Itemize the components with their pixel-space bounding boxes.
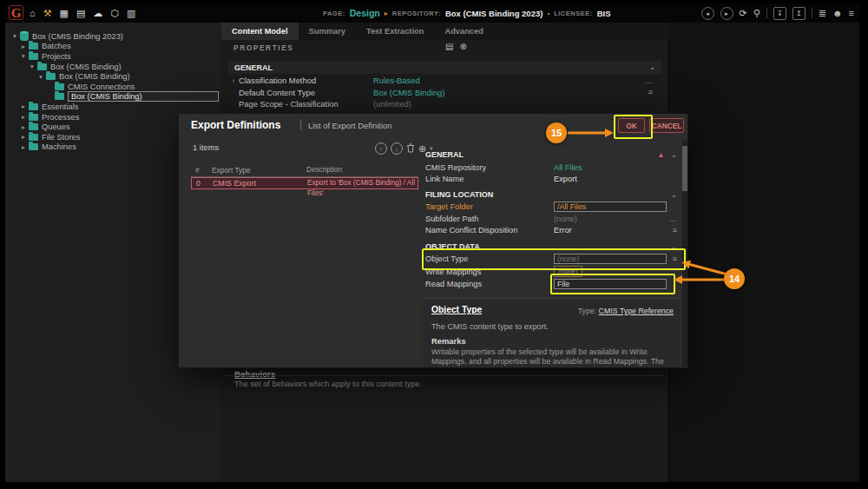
tree-item-projects[interactable]: ▾ Projects [5,51,221,62]
section-general[interactable]: GENERAL ⌄ [228,61,661,74]
menu-icon[interactable]: ≡ [849,8,854,18]
sub-expander-icon[interactable]: › [228,76,239,85]
help-type: Type: CMIS Type Reference [578,307,674,315]
remarks-title: Remarks [431,336,466,346]
property-row-page-scope-classification[interactable]: Page Scope - Classification (unlimited) [228,98,661,109]
tree-item-label: Batches [42,42,71,50]
property-row-default-content-type[interactable]: Default Content Type Box (CMIS Binding) … [228,87,661,98]
menu-button[interactable]: ≡ [648,88,653,96]
user-icon[interactable]: ☻ [832,8,843,18]
folder-icon [29,143,38,150]
chevron-down-icon[interactable]: ⌄ [671,243,677,251]
section-title: GENERAL [234,63,273,72]
section-general[interactable]: GENERAL ▲ ⌄ [425,149,677,161]
tab-summary[interactable]: Summary [299,23,356,40]
move-down-button[interactable]: ↓ [391,142,403,155]
table-row[interactable]: 0 CMIS Export Export to 'Box (CMIS Bindi… [191,177,418,189]
menu-button[interactable]: ≡ [673,254,677,263]
hex-icon[interactable]: ⬡ [110,8,119,19]
chevron-down-icon[interactable]: ⌄ [649,63,655,71]
chevron-down-icon[interactable]: ⌄ [671,151,677,159]
property-value[interactable]: Export [554,175,577,183]
save-icon[interactable]: ▤ [445,42,453,51]
object-type-input[interactable]: (none) [554,254,667,264]
property-label: Write Mappings [425,268,554,276]
forward-button[interactable]: ► [720,7,733,20]
batches-icon[interactable]: ▤ [76,8,85,19]
refresh-icon[interactable]: ⟳ [740,8,747,19]
chevron-down-icon[interactable]: ⌄ [671,191,677,199]
expander-icon[interactable]: ▾ [28,63,36,70]
tree-item-essentials[interactable]: ▸ Essentials [5,102,221,112]
property-value[interactable]: (unlimited) [373,99,411,109]
tab-content-model[interactable]: Content Model [221,23,299,40]
expander-icon[interactable]: ▸ [19,133,28,141]
ellipsis-button[interactable]: … [645,76,653,85]
repository-value[interactable]: Box (CMIS Binding 2023) [445,9,542,18]
property-row-subfolder-path[interactable]: Subfolder Path (none) … [425,213,679,224]
property-row-name-conflict-disposition[interactable]: Name Conflict Disposition Error ≡ [425,224,679,235]
back-button[interactable]: ◄ [701,7,714,20]
property-row-cmis-repository[interactable]: CMIS Repository All Files [425,162,679,173]
expander-icon[interactable]: ▸ [19,123,28,131]
page-value[interactable]: Design [350,8,380,18]
property-row-read-mappings[interactable]: Read Mappings File [425,278,679,289]
scrollbar-thumb[interactable] [682,146,687,191]
property-row-write-mappings[interactable]: Write Mappings (none) [425,266,679,277]
home-icon[interactable]: ⌂ [30,8,36,18]
target-folder-input[interactable]: /All Files [554,202,667,212]
expander-icon[interactable]: ▾ [10,32,19,40]
tree-item-box-selected[interactable]: Box (CMIS Binding) [5,92,221,102]
tree-item-batches[interactable]: ▸ Batches [5,42,221,52]
cloud-icon[interactable]: ☁ [93,8,102,19]
property-value[interactable]: (none) [554,215,577,223]
grid-icon[interactable]: ▦ [60,8,69,19]
expander-icon[interactable]: ▾ [36,73,45,81]
property-value[interactable]: Box (CMIS Binding) [373,88,444,97]
tree-item-label: Essentials [42,102,78,111]
grooper-logo-icon[interactable]: G [9,5,23,20]
tree-item-project-box[interactable]: ▾ Box (CMIS Binding) [5,62,221,72]
property-value[interactable]: All Files [554,163,582,172]
menu-button[interactable]: ≡ [673,226,677,235]
tools-icon[interactable]: ⚒ [43,8,52,19]
write-mappings-value[interactable]: (none) [554,266,582,277]
property-value[interactable]: Error [554,226,572,235]
ellipsis-button[interactable]: … [669,215,677,223]
section-object-data[interactable]: OBJECT DATA ⌄ [425,241,677,253]
section-filing-location[interactable]: FILING LOCATION ⌄ [425,188,677,201]
column-export-type: Export Type [212,166,251,175]
upload-icon[interactable]: ↥ [792,7,806,20]
type-link[interactable]: CMIS Type Reference [599,307,674,315]
scrollbar[interactable] [682,141,687,367]
expander-icon[interactable]: ▸ [19,43,28,50]
expander-icon[interactable]: ▸ [19,143,28,151]
download-icon[interactable]: ↧ [773,7,786,20]
ok-button[interactable]: OK [618,118,645,133]
property-row-link-name[interactable]: Link Name Export [425,173,679,184]
tab-advanced[interactable]: Advanced [434,23,493,40]
property-row-classification-method[interactable]: › Classification Method Rules-Based … [228,75,661,86]
move-up-button[interactable]: ↑ [375,142,387,155]
type-label: Type: [578,307,597,315]
delete-icon[interactable] [406,141,415,156]
property-value[interactable]: Rules-Based [373,76,420,85]
expander-icon[interactable]: ▾ [19,52,28,60]
cancel-button[interactable]: CANCEL [649,118,684,133]
property-row-object-type[interactable]: Object Type (none) ≡ [425,253,679,264]
expander-icon[interactable]: ▸ [19,113,28,121]
tree-item-cmis-connections[interactable]: CMIS Connections [5,82,221,92]
close-icon[interactable]: ⊗ [459,42,466,51]
divider: | [299,118,302,130]
tab-test-extraction[interactable]: Test Extraction [356,23,434,40]
tree-item-label: Box (CMIS Binding 2023) [32,32,123,41]
read-mappings-input[interactable]: File [554,279,667,289]
expander-icon[interactable]: ▸ [19,102,28,110]
property-row-target-folder[interactable]: Target Folder /All Files [425,201,679,212]
divider [766,8,767,18]
tree-item-repository[interactable]: ▾ Box (CMIS Binding 2023) [5,31,221,42]
tree-item-contentmodel-box[interactable]: ▾ Box (CMIS Binding) [5,71,221,82]
stats-icon[interactable]: ▥ [127,8,135,19]
search-icon[interactable]: ⚲ [753,8,760,19]
layers-icon[interactable]: ≣ [819,8,826,19]
